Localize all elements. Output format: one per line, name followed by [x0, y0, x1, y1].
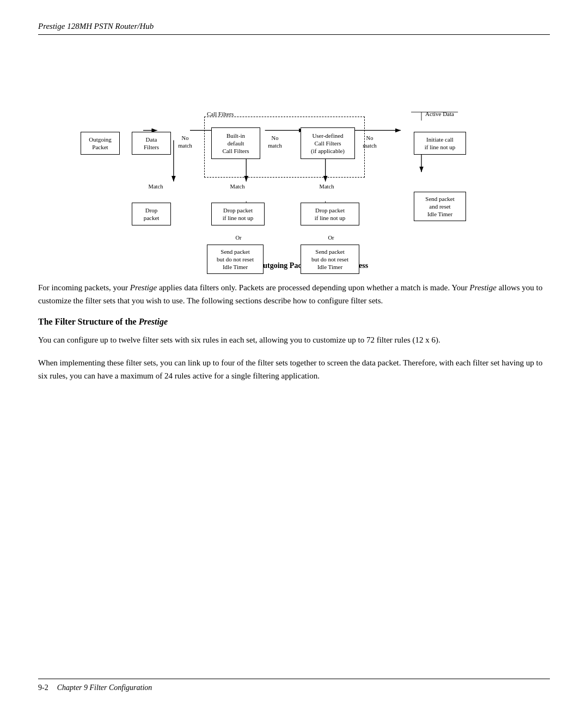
builtin-filters-box: Built-indefaultCall Filters — [211, 127, 260, 159]
no-match-2-label: Nomatch — [264, 135, 286, 149]
drop-packet-line1-box: Drop packetif line not up — [211, 203, 265, 225]
footer-chapter: Chapter 9 Filter Configuration — [57, 684, 152, 692]
send-packet-noreset2-box: Send packetbut do not resetIdle Timer — [301, 245, 359, 274]
section-heading-italic: Prestige — [139, 317, 168, 326]
section-para-1: You can configure up to twelve filter se… — [38, 333, 550, 346]
figure-container: Call Filters Active Data OutgoingPacket … — [38, 51, 550, 270]
section-heading: The Filter Structure of the Prestige — [38, 317, 550, 327]
active-data-label: Active Data — [414, 110, 465, 118]
drop-packet-box: Droppacket — [132, 203, 171, 225]
match-2-label: Match — [226, 183, 248, 191]
send-packet-noreset1-box: Send packetbut do not resetIdle Timer — [207, 245, 264, 274]
diagram-area: Call Filters Active Data OutgoingPacket … — [71, 51, 517, 253]
no-match-3-label: Nomatch — [358, 135, 381, 149]
drop-packet-line2-box: Drop packetif line not up — [301, 203, 359, 225]
or-2-label: Or — [324, 234, 338, 242]
match-1-label: Match — [145, 183, 167, 191]
send-packet-reset-box: Send packetand resetIdle Timer — [414, 192, 466, 221]
intro-paragraph: For incoming packets, your Prestige appl… — [38, 281, 550, 307]
initiate-call-box: Initiate callif line not up — [414, 132, 466, 155]
match-3-label: Match — [316, 183, 338, 191]
page-header: Prestige 128MH PSTN Router/Hub — [38, 22, 550, 35]
user-defined-filters-box: User-definedCall Filters(if applicable) — [301, 127, 355, 159]
outgoing-packet-box: OutgoingPacket — [81, 132, 120, 155]
page-footer: 9-2 Chapter 9 Filter Configuration — [38, 679, 550, 692]
no-match-1-label: Nomatch — [174, 135, 196, 149]
data-filters-box: DataFilters — [132, 132, 171, 155]
header-title: Prestige 128MH PSTN Router/Hub — [38, 22, 154, 31]
footer-page: 9-2 — [38, 684, 48, 692]
section-para-2: When implementing these filter sets, you… — [38, 356, 550, 382]
or-1-label: Or — [232, 234, 245, 242]
